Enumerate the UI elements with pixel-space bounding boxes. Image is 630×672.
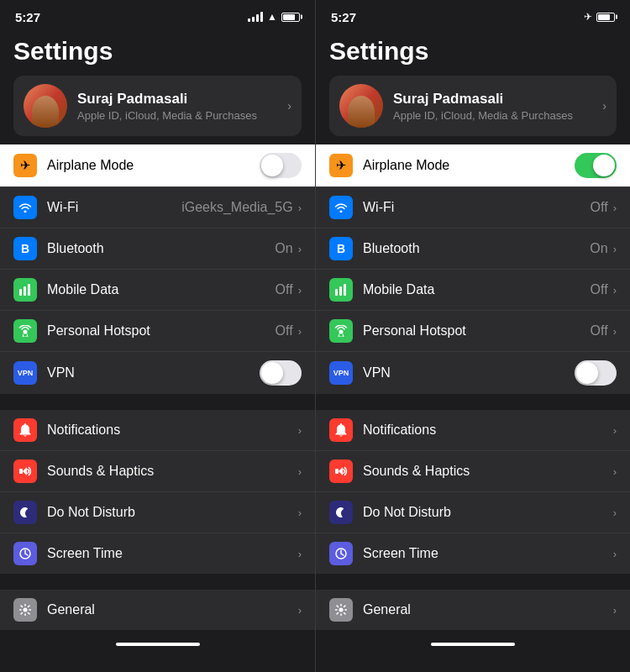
left-mobiledata-value: Off <box>276 282 293 297</box>
right-mobiledata-icon <box>329 278 353 302</box>
right-dnd-row[interactable]: Do Not Disturb › <box>316 492 630 533</box>
left-avatar <box>24 84 67 128</box>
right-dnd-chevron: › <box>613 507 617 519</box>
left-home-indicator <box>116 643 200 646</box>
right-wifi-label: Wi-Fi <box>363 200 591 215</box>
right-hotspot-label: Personal Hotspot <box>363 323 591 339</box>
left-sounds-row[interactable]: Sounds & Haptics › <box>0 451 315 492</box>
right-settings-list: ✈ Airplane Mode Wi-Fi Off › <box>316 144 630 672</box>
left-profile-name: Suraj Padmasali <box>77 91 287 108</box>
right-hotspot-value: Off <box>591 323 608 339</box>
right-vpn-label: VPN <box>363 365 575 381</box>
left-screentime-row[interactable]: Screen Time › <box>0 533 315 574</box>
svg-rect-4 <box>19 469 23 474</box>
right-airplane-row[interactable]: ✈ Airplane Mode <box>316 144 630 187</box>
right-screentime-row[interactable]: Screen Time › <box>316 533 630 574</box>
left-general-chevron: › <box>298 604 302 617</box>
left-mobiledata-row[interactable]: Mobile Data Off › <box>0 270 315 311</box>
right-notifications-row[interactable]: Notifications › <box>316 410 630 451</box>
left-mobiledata-label: Mobile Data <box>47 282 276 297</box>
right-hotspot-row[interactable]: Personal Hotspot Off › <box>316 311 630 352</box>
left-vpn-row[interactable]: VPN VPN <box>0 352 315 394</box>
right-general-icon <box>329 598 353 622</box>
left-settings-title: Settings <box>13 37 302 66</box>
left-profile-row[interactable]: Suraj Padmasali Apple ID, iCloud, Media … <box>13 76 302 136</box>
right-profile-name: Suraj Padmasali <box>393 91 602 108</box>
right-bluetooth-icon: B <box>329 237 353 260</box>
left-notifications-icon <box>13 418 37 442</box>
right-wifi-chevron: › <box>613 202 617 214</box>
right-mobiledata-label: Mobile Data <box>363 282 591 297</box>
right-mobiledata-row[interactable]: Mobile Data Off › <box>316 270 630 311</box>
right-vpn-toggle[interactable] <box>575 360 617 386</box>
left-bluetooth-chevron: › <box>298 243 302 255</box>
svg-point-10 <box>339 330 344 334</box>
left-wifi-icon <box>13 196 37 219</box>
left-bluetooth-label: Bluetooth <box>47 241 275 256</box>
left-sounds-label: Sounds & Haptics <box>47 464 298 479</box>
right-bluetooth-value: On <box>590 241 607 256</box>
right-general-row[interactable]: General › <box>316 590 630 630</box>
left-phone-panel: 5:27 ▲ Settings Suraj Padmasali Apple ID… <box>0 0 315 672</box>
left-wifi-status-icon: ▲ <box>267 11 277 23</box>
right-wifi-icon <box>329 196 353 219</box>
left-signal-icon <box>248 12 263 22</box>
right-phone-panel: 5:27 ✈ Settings Suraj Padmasali Apple ID… <box>315 0 630 672</box>
left-bluetooth-row[interactable]: B Bluetooth On › <box>0 228 315 270</box>
left-airplane-row[interactable]: ✈ Airplane Mode <box>0 144 315 187</box>
left-settings-list: ✈ Airplane Mode Wi-Fi iGeeks_Media_5G › <box>0 144 315 672</box>
right-sounds-chevron: › <box>613 465 617 478</box>
right-general-chevron: › <box>613 604 617 617</box>
right-bluetooth-label: Bluetooth <box>363 241 590 256</box>
right-vpn-row[interactable]: VPN VPN <box>316 352 630 394</box>
right-mobiledata-value: Off <box>591 282 608 297</box>
right-profile-row[interactable]: Suraj Padmasali Apple ID, iCloud, Media … <box>329 76 617 136</box>
left-hotspot-value: Off <box>276 323 293 339</box>
left-dnd-row[interactable]: Do Not Disturb › <box>0 492 315 533</box>
right-battery-icon <box>596 13 615 22</box>
right-system-group: Notifications › Sounds & Haptics › <box>316 410 630 574</box>
right-settings-header: Settings Suraj Padmasali Apple ID, iClou… <box>316 30 630 144</box>
left-status-time: 5:27 <box>15 10 40 24</box>
left-hotspot-icon <box>13 319 37 343</box>
right-connectivity-group: Wi-Fi Off › B Bluetooth On › <box>316 187 630 394</box>
right-avatar <box>339 84 383 128</box>
left-dnd-chevron: › <box>298 507 302 519</box>
right-mobiledata-chevron: › <box>613 284 617 297</box>
right-general-group: General › <box>316 590 630 630</box>
left-wifi-row[interactable]: Wi-Fi iGeeks_Media_5G › <box>0 187 315 228</box>
svg-rect-9 <box>344 284 346 296</box>
right-bluetooth-chevron: › <box>613 243 617 255</box>
left-wifi-label: Wi-Fi <box>47 200 181 215</box>
left-hotspot-row[interactable]: Personal Hotspot Off › <box>0 311 315 352</box>
right-bluetooth-row[interactable]: B Bluetooth On › <box>316 228 630 270</box>
right-profile-subtitle: Apple ID, iCloud, Media & Purchases <box>393 109 602 122</box>
right-general-label: General <box>363 602 613 617</box>
left-vpn-label: VPN <box>47 365 260 381</box>
svg-rect-2 <box>28 284 30 296</box>
left-battery-icon <box>281 13 300 22</box>
right-airplane-icon: ✈ <box>329 154 353 177</box>
svg-rect-8 <box>339 286 342 296</box>
left-screentime-chevron: › <box>298 548 302 560</box>
left-screentime-label: Screen Time <box>47 546 298 561</box>
svg-point-13 <box>339 608 344 612</box>
right-airplane-toggle[interactable] <box>575 153 617 178</box>
right-hotspot-icon <box>329 319 353 343</box>
left-notifications-row[interactable]: Notifications › <box>0 410 315 451</box>
left-dnd-label: Do Not Disturb <box>47 505 298 520</box>
right-profile-info: Suraj Padmasali Apple ID, iCloud, Media … <box>393 91 602 122</box>
right-wifi-row[interactable]: Wi-Fi Off › <box>316 187 630 228</box>
svg-point-6 <box>24 608 28 612</box>
right-sounds-label: Sounds & Haptics <box>363 464 613 479</box>
left-general-row[interactable]: General › <box>0 590 315 630</box>
right-airplane-label: Airplane Mode <box>363 158 575 173</box>
left-general-group: General › <box>0 590 315 630</box>
left-sounds-chevron: › <box>298 465 302 478</box>
left-system-group: Notifications › Sounds & Haptics › <box>0 410 315 574</box>
left-dnd-icon <box>13 501 37 524</box>
left-airplane-toggle[interactable] <box>260 153 302 178</box>
left-settings-header: Settings Suraj Padmasali Apple ID, iClou… <box>0 30 315 144</box>
left-vpn-toggle[interactable] <box>260 360 302 386</box>
right-sounds-row[interactable]: Sounds & Haptics › <box>316 451 630 492</box>
